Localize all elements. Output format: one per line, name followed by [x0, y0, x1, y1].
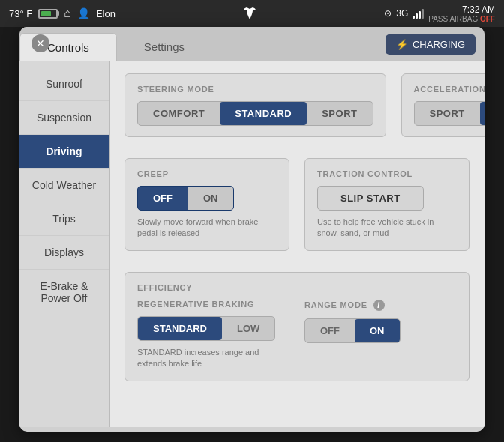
pass-airbag-status: PASS AIRBAG OFF [428, 15, 495, 23]
bluetooth-icon: ⊙ [384, 8, 392, 19]
driver-name: Elon [96, 8, 116, 19]
creep-off-btn[interactable]: OFF [138, 187, 188, 210]
signal-bars [412, 8, 424, 19]
range-on-btn[interactable]: ON [355, 319, 400, 342]
status-bar: 73° F ⌂ 👤 Elon ⊙ 3G 7:32 AM PASS AIRB [0, 0, 504, 27]
range-mode-label: RANGE MODE i [304, 300, 457, 311]
time: 7:32 AM [428, 4, 495, 15]
close-button[interactable]: ✕ [32, 34, 50, 52]
creep-description: Slowly move forward when brake pedal is … [137, 217, 277, 240]
content-area: Sunroof Suspension Driving Cold Weather … [20, 61, 484, 427]
sidebar-item-displays[interactable]: Displays [20, 236, 109, 270]
regen-label: REGENERATIVE BRAKING [137, 300, 290, 309]
steering-standard-btn[interactable]: STANDARD [220, 102, 307, 125]
top-row: STEERING MODE COMFORT STANDARD SPORT ACC… [124, 73, 470, 148]
tab-settings[interactable]: Settings [117, 33, 212, 61]
acceleration-section: ACCELERATION SPORT LUDICROUS [401, 73, 485, 137]
traction-section: TRACTION CONTROL SLIP START Use to help … [304, 158, 470, 251]
creep-toggle: OFF ON [137, 186, 234, 211]
efficiency-section: EFFICIENCY REGENERATIVE BRAKING STANDARD… [124, 272, 470, 381]
tesla-logo-area [239, 3, 260, 24]
acceleration-ludicrous-btn[interactable]: LUDICROUS [480, 102, 484, 125]
regen-btn-group: STANDARD LOW [137, 316, 275, 341]
regen-low-btn[interactable]: LOW [222, 317, 274, 340]
range-off-btn[interactable]: OFF [305, 319, 355, 342]
regen-col: REGENERATIVE BRAKING STANDARD LOW STANDA… [137, 300, 290, 370]
steering-label: STEERING MODE [137, 85, 374, 94]
temperature: 73° F [9, 8, 32, 19]
sidebar-item-trips[interactable]: Trips [20, 202, 109, 236]
efficiency-row: REGENERATIVE BRAKING STANDARD LOW STANDA… [137, 300, 457, 370]
regen-standard-btn[interactable]: STANDARD [138, 317, 222, 340]
person-icon: 👤 [77, 7, 90, 19]
sidebar-item-cold-weather[interactable]: Cold Weather [20, 169, 109, 202]
sidebar-item-ebrake[interactable]: E-Brake & Power Off [20, 270, 109, 315]
range-col: RANGE MODE i OFF ON [304, 300, 457, 370]
acceleration-sport-btn[interactable]: SPORT [415, 102, 480, 125]
home-icon[interactable]: ⌂ [64, 7, 71, 20]
charging-icon: ⚡ [396, 39, 408, 50]
sidebar-item-suspension[interactable]: Suspension [20, 101, 109, 135]
sidebar-item-driving[interactable]: Driving [20, 135, 109, 169]
steering-comfort-btn[interactable]: COMFORT [138, 102, 220, 125]
charging-button[interactable]: ⚡ CHARGING [386, 34, 476, 55]
charging-label: CHARGING [412, 39, 465, 50]
main-panel: ✕ Controls Settings ⚡ CHARGING Sunroof S… [20, 27, 484, 432]
acceleration-label: ACCELERATION [414, 85, 485, 94]
driving-content: STEERING MODE COMFORT STANDARD SPORT ACC… [110, 61, 484, 427]
traction-description: Use to help free vehicle stuck in snow, … [317, 217, 457, 240]
steering-sport-btn[interactable]: SPORT [307, 102, 372, 125]
sidebar: Sunroof Suspension Driving Cold Weather … [20, 61, 110, 427]
range-info-icon[interactable]: i [374, 300, 385, 311]
battery-icon [38, 9, 58, 19]
creep-on-btn[interactable]: ON [188, 187, 233, 210]
efficiency-label: EFFICIENCY [137, 283, 457, 292]
steering-section: STEERING MODE COMFORT STANDARD SPORT [124, 73, 386, 137]
traction-label: TRACTION CONTROL [317, 169, 457, 178]
regen-description: STANDARD increases range and extends bra… [137, 347, 290, 370]
tab-bar: Controls Settings ⚡ CHARGING [20, 27, 484, 61]
middle-row: CREEP OFF ON Slowly move forward when br… [124, 158, 470, 261]
slip-start-btn[interactable]: SLIP START [317, 186, 424, 211]
range-toggle: OFF ON [304, 318, 400, 343]
steering-btn-group: COMFORT STANDARD SPORT [137, 101, 374, 126]
tesla-logo [239, 3, 260, 24]
sidebar-item-sunroof[interactable]: Sunroof [20, 67, 109, 101]
creep-section: CREEP OFF ON Slowly move forward when br… [124, 158, 290, 251]
status-left: 73° F ⌂ 👤 Elon [9, 7, 116, 20]
network-label: 3G [396, 8, 408, 19]
status-right: ⊙ 3G 7:32 AM PASS AIRBAG OFF [384, 4, 495, 23]
acceleration-btn-group: SPORT LUDICROUS [414, 101, 485, 126]
creep-label: CREEP [137, 169, 277, 178]
